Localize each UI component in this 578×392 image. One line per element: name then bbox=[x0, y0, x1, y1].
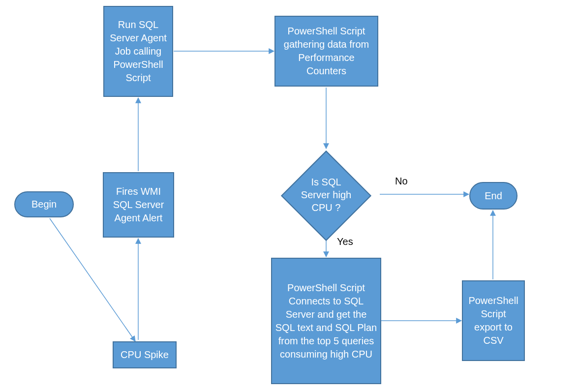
edge-label-yes: Yes bbox=[337, 236, 353, 247]
node-export-label: PowerShell Script export to CSV bbox=[466, 294, 521, 347]
node-fires-alert-label: Fires WMI SQL Server Agent Alert bbox=[107, 185, 170, 225]
node-begin: Begin bbox=[14, 191, 74, 217]
node-end: End bbox=[469, 182, 517, 210]
node-end-label: End bbox=[485, 190, 502, 202]
node-export: PowerShell Script export to CSV bbox=[462, 280, 525, 361]
node-run-job: Run SQL Server Agent Job calling PowerSh… bbox=[103, 6, 173, 97]
node-cpu-spike: CPU Spike bbox=[113, 341, 177, 368]
node-fires-alert: Fires WMI SQL Server Agent Alert bbox=[103, 172, 174, 238]
node-decision-label: Is SQL Server high CPU ? bbox=[299, 176, 353, 214]
node-gather-label: PowerShell Script gathering data from Pe… bbox=[278, 25, 374, 78]
node-decision: Is SQL Server high CPU ? bbox=[273, 149, 380, 240]
node-get-sql-label: PowerShell Script Connects to SQL Server… bbox=[275, 281, 377, 361]
node-gather: PowerShell Script gathering data from Pe… bbox=[274, 16, 378, 87]
node-run-job-label: Run SQL Server Agent Job calling PowerSh… bbox=[107, 18, 169, 85]
node-get-sql: PowerShell Script Connects to SQL Server… bbox=[271, 258, 381, 384]
node-cpu-spike-label: CPU Spike bbox=[121, 348, 169, 362]
edge-label-no: No bbox=[395, 176, 408, 187]
node-begin-label: Begin bbox=[31, 199, 57, 210]
